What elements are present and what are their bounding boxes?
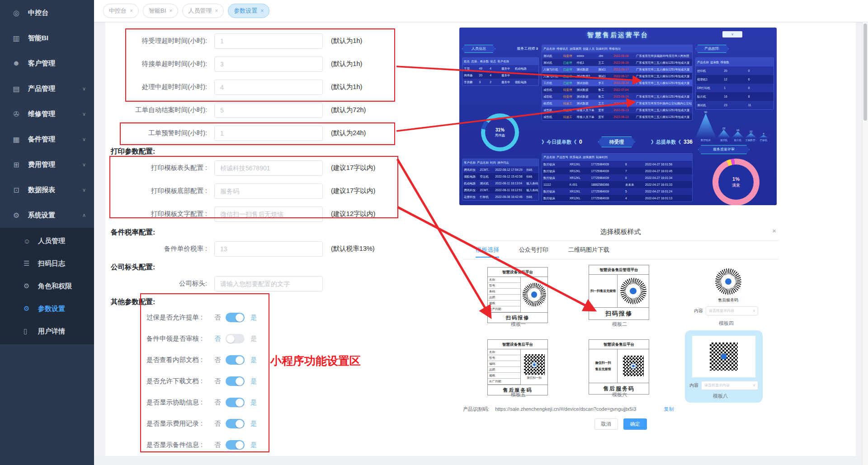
table-header: 产品名称维修状态故障原因创建人员制单时间维修地址 (542, 45, 692, 52)
dialog-tab[interactable]: 模板选择 (476, 246, 499, 258)
cell: 扫码 (525, 173, 538, 180)
cell: 扫码 (525, 193, 538, 200)
text-input[interactable]: 1 (214, 33, 323, 49)
sub-item-label: 人员管理 (38, 237, 65, 245)
header-cell: 维修状态 (555, 45, 568, 52)
text-input[interactable]: 13 (214, 241, 323, 257)
text-input[interactable]: 服务码 (214, 183, 323, 199)
header-cell: 联系电话 (568, 154, 581, 161)
form-row: 公司标头: 请输入您想要配置的文字 (105, 272, 422, 295)
form-row: 工单自动结案时间(小时): 5 (默认为72h) (105, 99, 422, 122)
fault-panel-header: 产品故障: (695, 45, 774, 55)
page-tab[interactable]: 中控台 × (103, 4, 139, 18)
header-cell: 产品名称 (542, 154, 555, 161)
toggle-switch[interactable] (226, 440, 245, 450)
gauge-value: 31% (495, 127, 505, 132)
cell: 测试数据 (576, 100, 597, 107)
card-field: 编码: (488, 361, 520, 367)
text-input[interactable]: 5 (214, 103, 323, 118)
toggle-switch[interactable] (226, 376, 245, 386)
toggle-switch[interactable] (226, 355, 245, 365)
header-cell: 创建人员 (581, 45, 594, 52)
sidebar-item-user-details[interactable]: ▯ 用户详情 (0, 320, 94, 343)
cell: 成型机 (542, 107, 562, 113)
template-card-6[interactable]: 智慧设备售后平台 微信扫一扫 售后无烦恼 售后服务码 (589, 339, 649, 395)
cancel-button[interactable]: 取消 (594, 418, 618, 430)
content-label: 内容 (689, 382, 698, 389)
sidebar-item-console[interactable]: ◎ 中控台 (0, 0, 94, 25)
text-input[interactable]: 桢诚科技5678901 (214, 160, 323, 176)
today-orders-value: 0 (579, 139, 582, 145)
dialog-tab[interactable]: 二维码图片下载 (568, 246, 609, 258)
scrollbar-thumb[interactable] (863, 23, 867, 121)
toggle-switch[interactable] (226, 398, 245, 407)
content-select[interactable]: 请选择显示内容 ∨ (701, 381, 758, 390)
date-cell: 2022-06-13 (612, 113, 635, 120)
close-icon[interactable]: × (169, 8, 172, 14)
page-tab[interactable]: 参数设置 × (228, 4, 269, 18)
confirm-button[interactable]: 确定 (623, 418, 647, 430)
template-card-2[interactable]: 智慧设备售后管理平台 扫一扫售后无烦恼 扫码报修 (589, 265, 649, 320)
chevron-down-icon: ∨ (82, 162, 86, 168)
cell: 测试机 (542, 52, 562, 59)
template-card-5[interactable]: 智慧设备售后平台 名称: 型号: 编码: 品牌: 规格: 出厂日期: (487, 339, 548, 395)
close-icon[interactable]: × (215, 8, 218, 14)
staff-table: 姓名总接..剩余数状态客户名称 王昊 49 4 服务中 机动电路 周伟鑫 20 … (462, 57, 539, 86)
table-row: 板捞机 待派工 测试数据 王工 2022-06-09 广东省东莞市东莞中路内公交… (542, 100, 692, 107)
sidebar-item-scan-log[interactable]: ☰ 扫码日志 (0, 252, 94, 275)
today-orders-label: 》今日提单数《 (542, 139, 576, 145)
page-tab[interactable]: 人员管理 × (182, 4, 224, 18)
card-field: 型号: (488, 283, 520, 289)
header-cell: 客户名称 (496, 58, 509, 65)
template-card-8-selected[interactable]: 内容 请选择显示内容 ∨ 模板八 (685, 330, 763, 403)
toggle-switch[interactable] (226, 313, 245, 322)
cell: 2022-04-27 16:01:24 (644, 188, 692, 195)
field-label: 备件单价税率 : (105, 244, 207, 253)
cell: 11 (747, 101, 774, 109)
peak-label: 测试机 (720, 139, 728, 142)
sidebar-item-parameter-settings[interactable]: ⚙ 参数设置 (0, 297, 94, 320)
pending-badge: 待受理 (598, 136, 635, 147)
template-card-1[interactable]: 智慧设备售后平台 名称: 型号: 条码: 品牌: 规格: 生产日期: (487, 267, 548, 323)
template-card-4[interactable] (715, 268, 741, 295)
content-select[interactable]: 请选择显示内容 ∨ (706, 306, 758, 315)
sidebar-item-fees[interactable]: ⊞ 费用管理 ∨ (0, 152, 94, 177)
status-cell: 已处理 (562, 73, 576, 80)
text-input[interactable]: 4 (214, 80, 323, 95)
toggle-row: 是否显示备件信息 : 否 是 (105, 434, 422, 456)
dialog-tab[interactable]: 公众号打印 (519, 246, 548, 258)
sidebar-item-parts[interactable]: ▦ 备件管理 ∨ (0, 127, 94, 152)
sidebar-item-staff[interactable]: ☺ 人员管理 (0, 230, 94, 252)
chart-peak: 12 五轴数控.. (745, 130, 757, 138)
cell: 成型机 (542, 86, 562, 93)
sidebar-item-products[interactable]: ▤ 产品管理 ∨ (0, 76, 94, 101)
sidebar-item-reports[interactable]: ⊡ 数据报表 ∨ (0, 177, 94, 202)
close-icon[interactable]: × (260, 8, 264, 14)
text-input[interactable]: 微信扫一扫售后无烦恼 (214, 207, 323, 222)
text-input[interactable]: 1 (214, 126, 323, 141)
text-input[interactable]: 3 (214, 56, 323, 72)
sidebar-item-customers[interactable]: ☻ 客户管理 (0, 51, 94, 76)
cell: 丝印机 (696, 66, 722, 75)
sidebar-item-bi[interactable]: ▥ 智能BI (0, 25, 94, 51)
toggle-switch[interactable] (226, 419, 245, 428)
page-tab[interactable]: 智能BI × (143, 4, 178, 18)
sidebar-item-repair[interactable]: ✇ 维修管理 ∨ (0, 101, 94, 127)
copy-link[interactable]: 复制 (664, 406, 674, 412)
form-row: 工单预警时间(小时): 1 (默认为24h) (105, 122, 422, 145)
close-icon[interactable]: × (772, 227, 776, 235)
gear-icon: ⚙ (12, 211, 21, 220)
cell: 王昊 (462, 65, 478, 72)
field-label: 打印模板底部配置 : (105, 187, 207, 195)
toggle-switch[interactable] (226, 334, 245, 343)
cell: 8 (624, 161, 644, 168)
sidebar-item-roles[interactable]: ⚙ 角色和权限 (0, 275, 94, 297)
cell: 20 (478, 72, 489, 79)
close-icon[interactable]: × (130, 8, 133, 14)
time-filter-dropdown[interactable]: ∨ (722, 31, 742, 38)
cell: 打标机 (479, 193, 494, 200)
page-scrollbar[interactable] (862, 22, 868, 465)
text-input[interactable]: 请输入您想要配置的文字 (214, 276, 323, 291)
sidebar-item-system-settings[interactable]: ⚙ 系统设置 ∧ (0, 202, 94, 228)
peak-label: 五轴数控.. (745, 139, 756, 142)
